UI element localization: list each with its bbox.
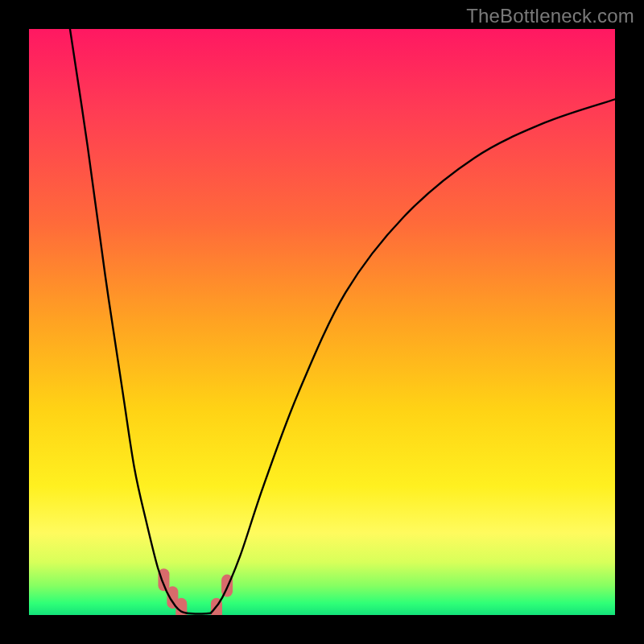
watermark-text: TheBottleneck.com [466,5,634,27]
chart-frame: TheBottleneck.com [0,0,644,644]
left-curve-path [70,29,188,613]
plot-area [29,29,615,615]
valley-floor-path [188,613,211,614]
curve-layer [29,29,615,615]
right-curve-path [211,99,615,613]
marker-group [158,568,233,615]
